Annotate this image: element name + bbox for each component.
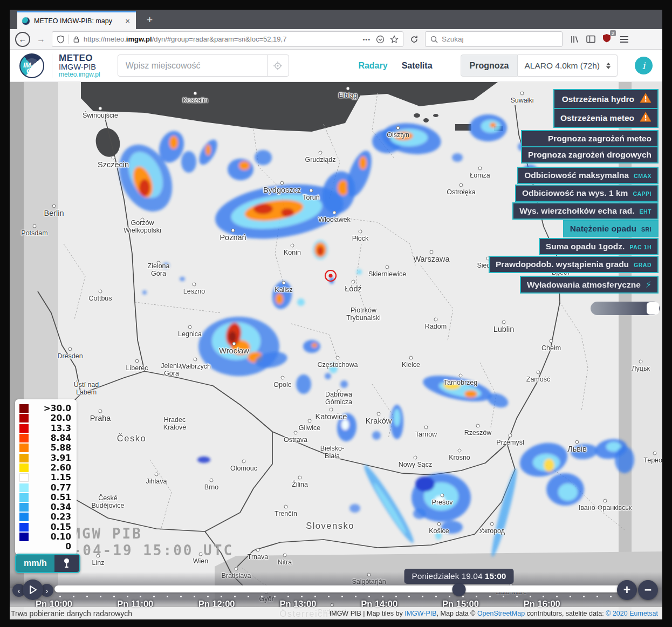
warning-triangle-icon (640, 93, 652, 105)
tab-radary[interactable]: Radary (358, 61, 387, 70)
timeline-tick (543, 596, 544, 597)
pin-button[interactable] (54, 555, 79, 572)
pocket-icon[interactable] (376, 35, 385, 44)
timeline-tick (207, 596, 209, 597)
product-cmax-button[interactable]: Odbiciowość maksymalnaCMAX (517, 167, 659, 184)
timeline-tick (368, 596, 370, 597)
timeline-tick (462, 596, 464, 597)
place-search-input[interactable] (118, 61, 267, 71)
legend-row: 0 (19, 542, 71, 551)
warning-button[interactable]: Ostrzeżenia hydro (554, 90, 657, 109)
attribution-link[interactable]: OpenStreetMap (477, 610, 525, 617)
site-nav: RadarySatelita Prognoza ALARO 4.0km (72h… (358, 54, 653, 77)
layer-opacity-slider[interactable] (591, 302, 660, 315)
city-dot (99, 290, 102, 294)
city-dot (424, 426, 428, 430)
city-dot (437, 522, 441, 526)
timeline-tick (167, 596, 168, 597)
favicon (22, 17, 30, 25)
zoom-out-button[interactable]: − (638, 580, 658, 600)
unit-button[interactable]: mm/h (16, 555, 54, 572)
shield-icon[interactable] (57, 35, 65, 44)
timeline-tick (248, 596, 249, 597)
close-tab-icon[interactable]: × (124, 16, 132, 25)
legend-swatch (19, 523, 29, 531)
forecast-button[interactable]: Prognoza zagrożeń meteo (522, 131, 657, 147)
city-label: GorzówWielkopolski (124, 219, 161, 234)
city-label: Konin (284, 249, 301, 256)
city-label: Wrocław (219, 346, 249, 355)
loading-status: Trwa pobieranie danych radarowych (11, 609, 132, 618)
product-label: Prawdopodob. wystąpienia gradu (496, 260, 629, 269)
imgw-logo[interactable]: IM GW (19, 53, 44, 78)
timeline-tick (530, 596, 531, 597)
menu-icon[interactable] (620, 36, 628, 43)
city-label: Brno (204, 483, 218, 491)
city-dot (99, 410, 102, 413)
sidebar-icon[interactable] (586, 35, 595, 43)
legend-row: >30.0 (19, 404, 71, 413)
legend-swatch (19, 404, 29, 413)
lock-icon (73, 36, 80, 43)
browser-tab[interactable]: METEO IMGW-PIB: mapy × (17, 11, 136, 29)
browser-search-field[interactable]: Szukaj (425, 31, 563, 47)
library-icon[interactable] (570, 35, 579, 44)
radar-map[interactable]: ŚwinoujścieKoszalinSuwałkiElblągOlsztynG… (10, 82, 662, 619)
product-grad-button[interactable]: Prawdopodob. wystąpienia graduGRAD (489, 256, 659, 273)
slider-handle[interactable] (647, 302, 659, 315)
forecast-button[interactable]: Prognoza zagrożeń drogowych (522, 147, 657, 162)
warning-button[interactable]: Ostrzeżenia meteo (554, 109, 657, 127)
tab-satelita[interactable]: Satelita (402, 61, 433, 70)
reload-icon[interactable] (407, 35, 422, 44)
product-cappi-button[interactable]: Odbiciowość na wys. 1 kmCAPPI (515, 185, 659, 202)
product-code: GRAD (634, 262, 652, 268)
timeline-tick (261, 596, 263, 597)
city-label: Toruń (303, 194, 319, 201)
product-eht-button[interactable]: Wys. wierzchołków echa rad.EHT (512, 202, 659, 220)
back-icon[interactable]: ← (15, 32, 30, 47)
url-bar[interactable]: https://meteo.imgw.pl/dyn/#group=radar&p… (52, 31, 403, 47)
country-label: Slovensko (306, 521, 354, 530)
city-label: Świnoujście (83, 112, 118, 119)
info-button[interactable]: i (635, 57, 653, 74)
ublock-icon[interactable]: 2 (602, 33, 611, 45)
bookmark-star-icon[interactable] (390, 35, 399, 44)
attribution-link[interactable]: © 2020 Eumetsat (606, 610, 658, 617)
product-label: Suma opadu 1godz. (546, 242, 625, 251)
timeline-track[interactable] (54, 585, 625, 592)
timeline-tick (221, 596, 222, 597)
tab-title: METEO IMGW-PIB: mapy (34, 17, 120, 25)
legend-value: >30.0 (29, 404, 71, 413)
product-code: PAC 1H (629, 244, 652, 250)
zoom-in-button[interactable]: + (617, 580, 637, 600)
country-label: Česko (117, 433, 146, 443)
new-tab-button[interactable]: + (142, 13, 157, 29)
city-label: PiotrkówTrybunalski (346, 306, 380, 322)
locate-button[interactable] (267, 55, 289, 76)
city-dot (336, 356, 340, 360)
model-select[interactable]: ALARO 4.0km (72h) (518, 54, 618, 77)
forward-icon[interactable]: → (33, 32, 49, 47)
city-dot (604, 499, 607, 503)
legend-row: 0.51 (19, 493, 71, 502)
tab-prognoza[interactable]: Prognoza (461, 54, 518, 77)
city-dot (502, 321, 506, 324)
attribution-link[interactable]: IMGW-PIB (404, 610, 437, 617)
city-label: Bydgoszcz (263, 186, 301, 194)
timeline-tick (73, 596, 74, 597)
play-button[interactable] (23, 580, 43, 600)
product-pac1h-button[interactable]: Suma opadu 1godz.PAC 1H (539, 238, 659, 255)
timeline-tick (355, 596, 356, 597)
city-dot (283, 554, 287, 557)
page-actions-icon[interactable]: ••• (362, 36, 371, 43)
place-search[interactable] (118, 54, 289, 77)
city-label: Žilina (292, 481, 308, 488)
city-dot (550, 339, 553, 343)
timeline-thumb[interactable] (452, 583, 466, 596)
product-sri-button[interactable]: Natężenie opaduSRI (563, 220, 659, 237)
city-dot (112, 156, 115, 160)
precip-legend: >30.020.013.38.845.883.912.601.150.770.5… (15, 399, 77, 555)
lightning-layer-button[interactable]: Wyładowania atmosferyczne ⚡ (520, 276, 659, 294)
city-dot (194, 358, 197, 362)
city-dot (52, 205, 56, 208)
